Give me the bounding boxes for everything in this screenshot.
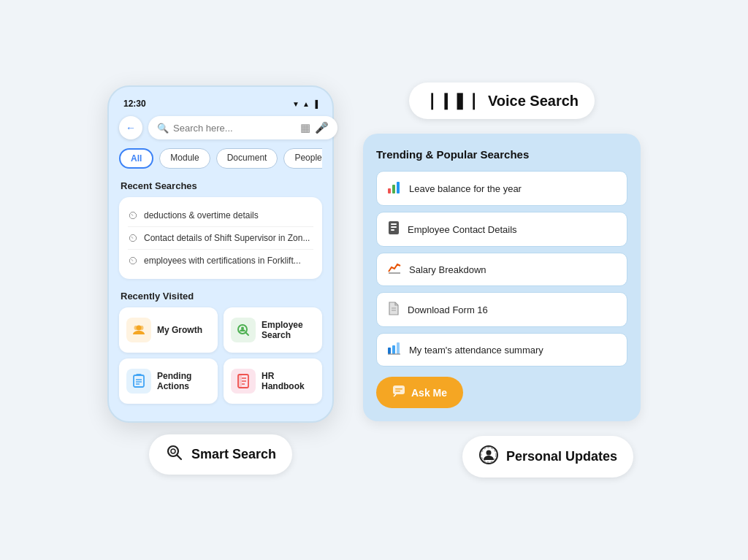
visited-employee-search[interactable]: Employee Search (224, 307, 322, 353)
hr-handbook-icon (231, 369, 256, 394)
pending-actions-label: Pending Actions (157, 371, 210, 391)
chip-people[interactable]: People (283, 148, 322, 169)
status-bar: 12:30 ▼ ▲ ▐ (119, 99, 322, 116)
trending-card: Trending & Popular Searches Leave balanc… (363, 134, 641, 421)
my-growth-label: My Growth (157, 325, 202, 335)
svg-line-17 (177, 456, 181, 460)
recent-item-3-text: employees with certifications in Forklif… (144, 256, 301, 266)
svg-rect-24 (391, 226, 397, 228)
salary-breakdown-label: Salary Breakdown (409, 264, 486, 275)
svg-rect-6 (134, 375, 144, 387)
hr-handbook-label: HR Handbook (262, 371, 315, 391)
recent-item-2-text: Contact details of Shift Supervisor in Z… (144, 233, 310, 243)
smart-search-label: Smart Search (191, 447, 276, 462)
svg-point-1 (134, 326, 138, 330)
personal-updates-badge: Personal Updates (462, 436, 633, 477)
trending-title: Trending & Popular Searches (376, 148, 627, 161)
my-growth-icon (126, 318, 151, 342)
trending-item-employee-contact[interactable]: Employee Contact Details (376, 212, 627, 247)
recent-item-1[interactable]: ⏲ deductions & overtime details (128, 204, 313, 227)
trending-item-attendance-summary[interactable]: My team's attendance summary (376, 333, 627, 367)
visited-hr-handbook[interactable]: HR Handbook (224, 358, 322, 404)
search-input[interactable] (173, 123, 296, 134)
employee-contact-label: Employee Contact Details (408, 224, 517, 235)
svg-rect-21 (397, 182, 400, 193)
wifi-icon: ▲ (302, 100, 310, 108)
svg-rect-12 (238, 375, 242, 388)
attendance-summary-label: My team's attendance summary (409, 345, 543, 356)
visited-pending-actions[interactable]: Pending Actions (119, 358, 218, 404)
smart-search-icon (165, 443, 184, 466)
pending-actions-icon (126, 369, 151, 394)
svg-point-37 (486, 450, 491, 456)
trending-item-salary-breakdown[interactable]: Salary Breakdown (376, 253, 627, 286)
leave-balance-label: Leave balance for the year (409, 183, 522, 194)
clock-icon-2: ⏲ (128, 232, 138, 244)
employee-contact-icon (387, 220, 400, 238)
phone-device: 12:30 ▼ ▲ ▐ ← 🔍 ▦ 🎤 All Module Document … (107, 85, 334, 423)
download-form-label: Download Form 16 (408, 304, 488, 315)
svg-rect-29 (388, 348, 391, 354)
svg-point-4 (241, 327, 244, 330)
signal-icon: ▼ (292, 100, 299, 108)
recent-item-1-text: deductions & overtime details (144, 210, 259, 220)
svg-line-5 (246, 333, 248, 335)
ask-me-label: Ask Me (411, 387, 447, 399)
svg-rect-35 (395, 391, 400, 392)
leave-balance-icon (387, 180, 402, 197)
status-icons: ▼ ▲ ▐ (292, 100, 318, 108)
chip-module[interactable]: Module (159, 148, 210, 169)
ask-me-icon (392, 385, 405, 400)
recently-visited-title: Recently Visited (119, 291, 322, 302)
filter-chips: All Module Document People (119, 148, 322, 169)
search-icon: 🔍 (157, 123, 169, 134)
svg-point-2 (140, 326, 144, 330)
chip-all[interactable]: All (119, 148, 153, 169)
download-form-icon (387, 301, 400, 318)
svg-point-18 (171, 449, 175, 453)
search-bar-row: ← 🔍 ▦ 🎤 (119, 116, 322, 139)
recent-item-3[interactable]: ⏲ employees with certifications in Forkl… (128, 250, 313, 272)
back-button[interactable]: ← (119, 116, 142, 139)
smart-search-badge: Smart Search (149, 434, 292, 475)
phone-panel: 12:30 ▼ ▲ ▐ ← 🔍 ▦ 🎤 All Module Document … (107, 85, 334, 475)
attendance-summary-icon (387, 342, 402, 358)
svg-rect-31 (397, 342, 400, 354)
recent-item-2[interactable]: ⏲ Contact details of Shift Supervisor in… (128, 227, 313, 250)
svg-rect-19 (388, 188, 391, 193)
mic-icon[interactable]: 🎤 (315, 121, 329, 134)
svg-rect-25 (391, 229, 394, 231)
battery-icon: ▐ (313, 100, 318, 108)
salary-breakdown-icon (387, 261, 402, 277)
employee-search-label: Employee Search (262, 320, 315, 340)
svg-rect-33 (393, 386, 405, 394)
chip-document[interactable]: Document (216, 148, 278, 169)
svg-rect-34 (395, 388, 402, 390)
personal-updates-icon (478, 445, 499, 469)
voice-search-badge: ❘❙❚❘ Voice Search (409, 83, 595, 119)
recent-searches-title: Recent Searches (119, 180, 322, 191)
clock-icon-3: ⏲ (128, 255, 138, 266)
scan-icon[interactable]: ▦ (300, 121, 310, 134)
personal-updates-label: Personal Updates (506, 449, 617, 464)
svg-rect-30 (392, 345, 395, 354)
voice-search-label: Voice Search (488, 93, 579, 110)
waveform-icon: ❘❙❚❘ (425, 91, 481, 110)
svg-rect-23 (391, 223, 397, 225)
svg-rect-7 (136, 374, 142, 376)
right-panel: ❘❙❚❘ Voice Search Trending & Popular Sea… (363, 83, 641, 477)
recent-searches-box: ⏲ deductions & overtime details ⏲ Contac… (119, 197, 322, 279)
recently-visited-grid: My Growth Employee Search (119, 307, 322, 404)
employee-search-icon (231, 318, 256, 342)
search-input-box[interactable]: 🔍 ▦ 🎤 (148, 116, 337, 139)
svg-rect-20 (392, 185, 395, 193)
ask-me-button[interactable]: Ask Me (376, 377, 463, 408)
visited-my-growth[interactable]: My Growth (119, 307, 218, 353)
trending-item-download-form[interactable]: Download Form 16 (376, 292, 627, 327)
time-display: 12:30 (123, 99, 146, 109)
clock-icon-1: ⏲ (128, 210, 138, 221)
trending-item-leave-balance[interactable]: Leave balance for the year (376, 171, 627, 206)
